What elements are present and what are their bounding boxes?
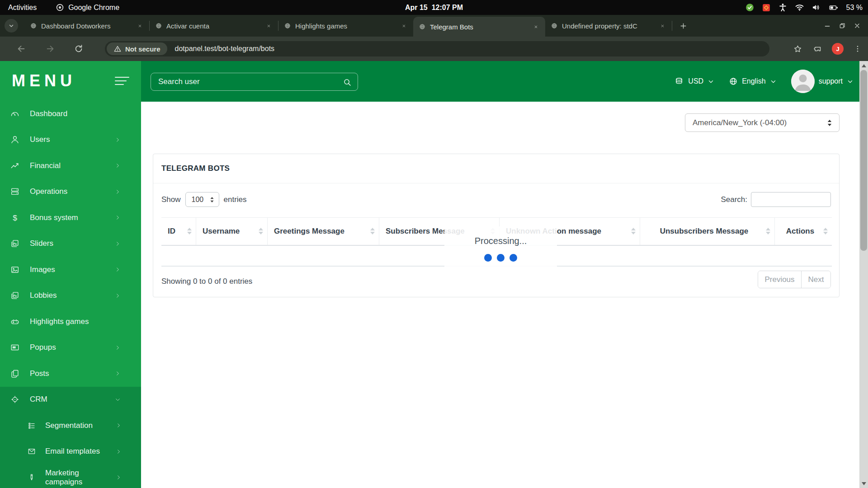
gauge-icon: [10, 109, 20, 119]
logo[interactable]: MENU: [12, 71, 76, 90]
column-label: Greetings Message: [274, 227, 344, 236]
chevron-right-icon: [114, 136, 121, 143]
next-button[interactable]: Next: [801, 271, 830, 288]
bookmark-star-icon[interactable]: [793, 44, 802, 54]
tab-close-icon[interactable]: [532, 23, 540, 31]
images-icon: [10, 239, 20, 249]
tab-list: Dashboard DotworkersActivar cuentaHighli…: [24, 15, 690, 37]
browser-tab-highlights-games[interactable]: Highlights games: [278, 15, 413, 37]
forward-icon[interactable]: [45, 44, 55, 54]
currency-dropdown[interactable]: USD: [675, 77, 714, 86]
tab-favicon: [284, 22, 291, 29]
sidebar-item-segmentation[interactable]: Segmentation: [0, 413, 141, 439]
chevron-down-icon: [708, 78, 714, 85]
chevron-right-icon: [115, 448, 122, 455]
page-scrollbar[interactable]: [859, 61, 868, 488]
sidebar-item-dashboard[interactable]: Dashboard: [0, 101, 141, 127]
processing-overlay: Processing...: [444, 226, 557, 279]
sidebar-item-marketing-campaigns[interactable]: Marketing campaigns: [0, 465, 141, 488]
system-clock[interactable]: Apr 15 12:07 PM: [0, 0, 868, 15]
back-icon[interactable]: [16, 44, 26, 54]
show-label: Show: [161, 195, 181, 204]
sidebar-item-label: Dashboard: [30, 109, 67, 118]
window-icon: [10, 343, 20, 352]
sidebar-item-crm[interactable]: CRM: [0, 387, 141, 413]
timezone-select[interactable]: America/New_York (-04:00): [685, 113, 840, 132]
table-info: Showing 0 to 0 of 0 entries: [161, 277, 252, 286]
scroll-down-icon[interactable]: [859, 479, 868, 488]
sidebar-item-label: Marketing campaigns: [45, 469, 115, 487]
sidebar-item-users[interactable]: Users: [0, 127, 141, 153]
tab-close-icon[interactable]: [136, 22, 144, 30]
tab-close-icon[interactable]: [400, 22, 408, 30]
page-length-select[interactable]: 100: [185, 192, 219, 207]
sidebar-item-images[interactable]: Images: [0, 257, 141, 283]
target-icon: [10, 394, 20, 404]
sidebar-item-bonus-system[interactable]: $Bonus system: [0, 205, 141, 231]
address-bar[interactable]: Not secure dotpanel.test/bot-telegram/bo…: [105, 41, 769, 56]
avatar: [791, 70, 815, 93]
tab-close-icon[interactable]: [264, 22, 273, 30]
sidebar-crm-section: CRMSegmentationEmail templatesMarketing …: [0, 387, 141, 488]
profile-avatar[interactable]: J: [832, 43, 844, 55]
language-dropdown[interactable]: English: [729, 77, 776, 86]
gamepad-icon: [10, 317, 20, 327]
scroll-up-icon[interactable]: [859, 61, 868, 70]
sidebar-item-sliders[interactable]: Sliders: [0, 231, 141, 257]
new-tab-button[interactable]: [676, 19, 690, 33]
images-icon: [10, 291, 20, 300]
tab-separator: [672, 21, 672, 31]
tab-search-button[interactable]: [5, 19, 18, 33]
window-minimize-icon[interactable]: [824, 22, 831, 29]
column-header-id[interactable]: ID: [161, 218, 196, 245]
browser-tab-dashboard-dotworkers[interactable]: Dashboard Dotworkers: [24, 15, 149, 37]
column-label: ID: [168, 227, 175, 236]
ubuntu-top-bar: Activities Google Chrome Apr 15 12:07 PM: [0, 0, 868, 15]
user-search: [151, 73, 358, 91]
sidebar-item-operations[interactable]: Operations: [0, 179, 141, 205]
tab-close-icon[interactable]: [658, 22, 666, 30]
search-icon[interactable]: [342, 77, 352, 87]
browser-tab-activar-cuenta[interactable]: Activar cuenta: [150, 15, 278, 37]
screen: Activities Google Chrome Apr 15 12:07 PM: [0, 0, 868, 488]
sidebar-item-label: Lobbies: [30, 291, 57, 300]
chevron-right-icon: [114, 370, 121, 377]
column-label: Username: [203, 227, 240, 236]
table-search-input[interactable]: [751, 192, 831, 207]
sidebar-item-posts[interactable]: Posts: [0, 361, 141, 387]
chevron-down-icon: [8, 23, 14, 29]
sort-arrows-icon: [259, 228, 263, 235]
browser-menu-icon[interactable]: [854, 45, 862, 53]
window-restore-icon[interactable]: [839, 22, 846, 29]
sidebar-item-financial[interactable]: Financial: [0, 153, 141, 179]
security-chip[interactable]: Not secure: [107, 42, 167, 55]
extensions-icon[interactable]: [812, 44, 822, 54]
entries-label: entries: [224, 195, 247, 204]
sort-arrows-icon: [631, 228, 636, 235]
column-header-actions[interactable]: Actions: [775, 218, 832, 245]
window-close-icon[interactable]: [854, 22, 861, 29]
browser-tab-undefined-property-stdc[interactable]: Undefined property: stdC: [545, 15, 672, 37]
sidebar-item-highlights-games[interactable]: Highlights games: [0, 309, 141, 335]
system-tray[interactable]: 53 %: [745, 0, 863, 15]
sidebar-item-email-templates[interactable]: Email templates: [0, 439, 141, 465]
reload-icon[interactable]: [74, 44, 84, 54]
scrollbar-thumb[interactable]: [860, 70, 867, 251]
accessibility-icon: [778, 3, 788, 12]
notification-check-icon: [745, 3, 755, 12]
coins-icon: [675, 77, 684, 86]
sidebar-toggle-icon[interactable]: [115, 77, 129, 85]
app-indicator-icon: [762, 3, 771, 12]
svg-text:$: $: [13, 213, 17, 222]
user-menu[interactable]: support: [791, 70, 854, 93]
previous-button[interactable]: Previous: [758, 271, 801, 288]
tab-favicon: [155, 22, 162, 29]
search-input[interactable]: [151, 73, 358, 90]
sidebar-item-popups[interactable]: Popups: [0, 335, 141, 361]
url-text: dotpanel.test/bot-telegram/bots: [175, 45, 275, 53]
column-header-username[interactable]: Username: [196, 218, 268, 245]
column-header-unsubscribers-message[interactable]: Unsubscribers Message: [640, 218, 775, 245]
browser-tab-telegram-bots[interactable]: Telegram Bots: [413, 17, 545, 37]
sidebar-item-lobbies[interactable]: Lobbies: [0, 283, 141, 309]
column-header-greetings-message[interactable]: Greetings Message: [268, 218, 379, 245]
